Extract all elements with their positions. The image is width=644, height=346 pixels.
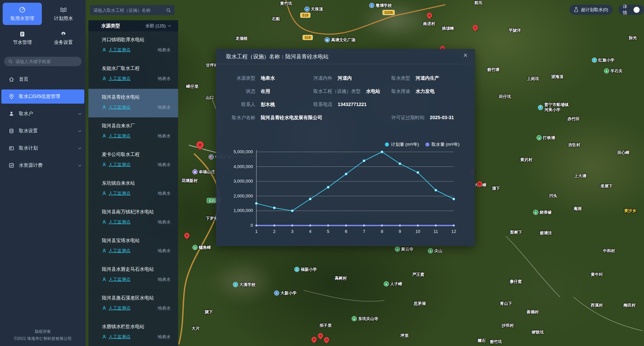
sidebar-item-label: 取水设置 bbox=[19, 128, 74, 134]
list-item[interactable]: 陆河县自来水厂 人工监测点 地表水 bbox=[88, 117, 178, 146]
map-label: ◆幸福山庄 bbox=[193, 169, 215, 175]
person-icon bbox=[102, 277, 107, 282]
sidebar-item-5[interactable]: 取水计划 bbox=[0, 141, 86, 155]
map-label: 坝子里 bbox=[319, 323, 332, 328]
gauge-icon bbox=[19, 6, 26, 13]
facility-list: 河口镇唱歌潭水电站 人工监测点 地表水 友能水厂取水工程 人工监测点 地表水 陆… bbox=[88, 31, 178, 346]
search-icon bbox=[166, 8, 171, 13]
module-button-2[interactable]: 计划用水 bbox=[44, 3, 83, 25]
chevron-down-icon bbox=[168, 24, 171, 27]
list-item[interactable]: 麦卡公司取水工程 人工监测点 地表水 bbox=[88, 146, 178, 175]
water-type-label: 地表水 bbox=[158, 104, 171, 110]
sidebar-item-1[interactable]: 首页 bbox=[0, 72, 86, 86]
poi-marker-icon: ▲ bbox=[428, 248, 433, 254]
map-label: ▲螺角嶂 bbox=[193, 245, 211, 250]
field-value: 河道内生产 bbox=[416, 75, 439, 81]
water-type-label: 地表水 bbox=[158, 334, 171, 340]
map-label: 龙颈根 bbox=[235, 36, 248, 41]
sidebar-item-4[interactable]: 取水设置 bbox=[0, 124, 86, 138]
sidebar-search-input[interactable] bbox=[16, 59, 78, 64]
map-label: 善德村 bbox=[527, 310, 539, 315]
manual-monitor-link[interactable]: 人工监测点 bbox=[102, 76, 131, 82]
sidebar-item-3[interactable]: 取水户 bbox=[0, 107, 86, 121]
sidebar-item-2[interactable]: 取水口GIS信息管理 bbox=[1, 89, 84, 104]
poi-marker-icon: ▲ bbox=[395, 247, 400, 252]
person-icon bbox=[102, 76, 107, 81]
field-label: 取水户名称 bbox=[220, 115, 255, 121]
list-item[interactable]: 友能水厂取水工程 人工监测点 地表水 bbox=[88, 60, 178, 89]
water-type-label: 地表水 bbox=[158, 305, 171, 311]
detail-toggle[interactable]: 详情 bbox=[618, 5, 644, 15]
search-icon bbox=[8, 59, 13, 64]
water-type-label: 地表水 bbox=[158, 162, 171, 168]
svg-text:计划量 (m³/年): 计划量 (m³/年) bbox=[391, 142, 419, 147]
svg-text:0: 0 bbox=[251, 223, 253, 228]
person-icon bbox=[102, 48, 107, 52]
list-item[interactable]: 河口镇唱歌潭水电站 人工监测点 地表水 bbox=[88, 31, 178, 60]
db-icon bbox=[9, 128, 14, 134]
manual-monitor-link[interactable]: 人工监测点 bbox=[102, 334, 131, 340]
over-plan-button[interactable]: 超计划取水(0) bbox=[569, 5, 613, 15]
field-value: 陆河县青硂水电发展有限公司 bbox=[261, 115, 322, 121]
list-item[interactable]: 陆河县激石溪老区水电站 人工监测点 地表水 bbox=[88, 290, 178, 318]
list-item[interactable]: 陆河县水唇走马石水电站 人工监测点 地表水 bbox=[88, 261, 178, 290]
app-root: 黄竹坑▲天珠顶文墩塘学校粗坑南进村挨垅蜂芋陂洋际光石船龙颈根▦高塘文化广场甘坪村… bbox=[0, 0, 644, 346]
module-button-3[interactable]: 节水管理 bbox=[3, 27, 42, 49]
manual-monitor-link[interactable]: 人工监测点 bbox=[102, 248, 131, 254]
field-label: 取水工程（设施）类型 bbox=[313, 88, 361, 95]
module-switcher: 取用水管理 计划用水 节水管理 业务设置 bbox=[0, 0, 86, 52]
manual-monitor-link[interactable]: 人工监测点 bbox=[102, 219, 131, 225]
map-label: 田心嶂 bbox=[617, 150, 629, 155]
module-button-4[interactable]: 业务设置 bbox=[44, 27, 83, 49]
field-value: 2025-03-31 bbox=[430, 115, 454, 120]
map-label: 黄牛叫 bbox=[591, 272, 603, 277]
manual-monitor-link[interactable]: 人工监测点 bbox=[102, 190, 131, 196]
module-label: 计划用水 bbox=[54, 16, 73, 22]
map-label: ▲东坑尖山寺 bbox=[352, 316, 379, 321]
map-label: 溜下 bbox=[492, 186, 500, 191]
svg-text:2: 2 bbox=[273, 229, 276, 234]
manual-monitor-link[interactable]: 人工监测点 bbox=[102, 133, 131, 139]
divider bbox=[216, 64, 475, 64]
close-icon[interactable]: × bbox=[463, 52, 468, 59]
map-label: ▲天珠顶 bbox=[305, 7, 323, 12]
map-label: 上岗坑 bbox=[527, 76, 539, 81]
map-label: 大片 bbox=[192, 326, 200, 331]
field-value: 河道内 bbox=[338, 75, 352, 81]
svg-text:4,000,000: 4,000,000 bbox=[233, 164, 253, 169]
facility-search[interactable] bbox=[90, 5, 174, 15]
sidebar-item-6[interactable]: 水资源计费 bbox=[0, 158, 86, 172]
list-item[interactable]: 陆河县南万镇杞洋水电站 人工监测点 地表水 bbox=[88, 204, 178, 232]
facility-name: 麦卡公司取水工程 bbox=[102, 152, 171, 158]
manual-monitor-link[interactable]: 人工监测点 bbox=[102, 47, 131, 53]
toggle-knob[interactable] bbox=[634, 7, 640, 13]
list-item[interactable]: 陆河县宝塔水电站 人工监测点 地表水 bbox=[88, 232, 178, 261]
sidebar-item-label: 取水户 bbox=[19, 111, 74, 117]
facility-name: 陆河县自来水厂 bbox=[102, 123, 171, 129]
poi-marker-icon: 文 bbox=[233, 282, 238, 287]
field-value: 彭木桃 bbox=[261, 102, 275, 108]
manual-monitor-link[interactable]: 人工监测点 bbox=[102, 276, 131, 283]
facility-search-input[interactable] bbox=[93, 8, 166, 13]
list-item[interactable]: 陆河县青硂水电站 人工监测点 地表水 bbox=[88, 89, 178, 117]
map-label: 寨仔窝 bbox=[510, 279, 522, 284]
modal-title: 取水工程（设施）名称：陆河县青硂水电站 bbox=[226, 53, 329, 60]
poi-marker-icon: ▦ bbox=[325, 37, 330, 43]
water-source-filter[interactable]: 全部 (125) bbox=[145, 23, 171, 29]
module-label: 取用水管理 bbox=[10, 16, 34, 22]
manual-monitor-link[interactable]: 人工监测点 bbox=[102, 104, 131, 110]
facility-name: 陆河县南万镇杞洋水电站 bbox=[102, 209, 171, 215]
list-item[interactable]: 水唇镇水栏肚水电站 人工监测点 地表水 bbox=[88, 318, 178, 346]
person-icon bbox=[9, 111, 14, 116]
svg-text:取水量 (m³/年): 取水量 (m³/年) bbox=[431, 142, 459, 147]
list-item[interactable]: 东坑镇自来水站 人工监测点 地表水 bbox=[88, 175, 178, 204]
water-type-label: 地表水 bbox=[158, 276, 171, 283]
module-button-1[interactable]: 取用水管理 bbox=[3, 3, 42, 25]
map-label: 上大塘 bbox=[574, 174, 586, 179]
manual-monitor-link[interactable]: 人工监测点 bbox=[102, 162, 131, 168]
sidebar-item-label: 取水计划 bbox=[19, 145, 74, 151]
sidebar-search[interactable] bbox=[4, 57, 82, 66]
facility-name: 陆河县青硂水电站 bbox=[102, 94, 171, 100]
facility-name: 陆河县宝塔水电站 bbox=[102, 238, 171, 244]
manual-monitor-link[interactable]: 人工监测点 bbox=[102, 305, 131, 311]
